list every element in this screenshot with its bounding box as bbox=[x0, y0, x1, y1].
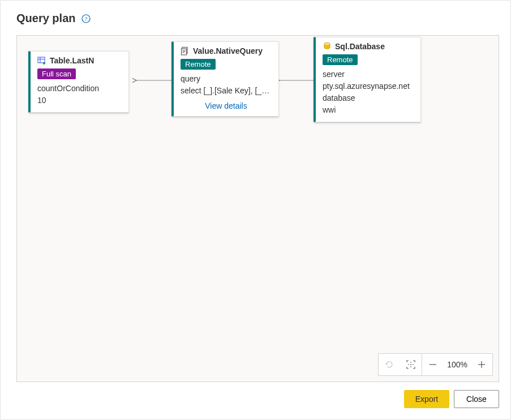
node-prop-label: query bbox=[181, 73, 272, 85]
node-prop-label: countOrCondition bbox=[37, 83, 122, 95]
svg-text:?: ? bbox=[85, 16, 88, 22]
export-button[interactable]: Export bbox=[404, 390, 449, 408]
node-prop-label: database bbox=[323, 92, 414, 104]
dialog-title: Query plan bbox=[16, 12, 75, 25]
node-sql-database[interactable]: Sql.Database Remote server pty.sql.azure… bbox=[314, 37, 421, 122]
dialog-footer: Export Close bbox=[16, 382, 499, 408]
query-plan-dialog: Query plan ? bbox=[0, 0, 511, 420]
full-scan-badge: Full scan bbox=[37, 68, 76, 79]
node-prop-value: pty.sql.azuresynapse.net bbox=[323, 80, 414, 92]
node-table-lastn[interactable]: Table.LastN Full scan countOrCondition 1… bbox=[28, 51, 129, 113]
native-query-icon bbox=[181, 46, 190, 55]
close-button[interactable]: Close bbox=[454, 390, 499, 408]
node-prop-label: server bbox=[323, 68, 414, 80]
node-value-nativequery[interactable]: Value.NativeQuery Remote query select [_… bbox=[171, 41, 279, 117]
node-prop-value: 10 bbox=[37, 95, 122, 106]
dialog-header: Query plan ? bbox=[16, 12, 499, 25]
svg-point-13 bbox=[324, 43, 330, 45]
zoom-toolbar: 100% bbox=[378, 353, 493, 376]
zoom-in-button[interactable] bbox=[471, 354, 492, 375]
node-prop-value: select [_].[Sale Key], [_].... bbox=[181, 85, 272, 97]
remote-badge: Remote bbox=[181, 59, 216, 70]
svg-rect-4 bbox=[38, 57, 45, 63]
table-icon bbox=[37, 56, 46, 65]
zoom-out-button[interactable] bbox=[422, 354, 444, 375]
node-title: Table.LastN bbox=[50, 56, 94, 65]
fit-to-screen-button[interactable] bbox=[400, 354, 422, 375]
reset-view-button[interactable] bbox=[379, 354, 400, 375]
node-prop-value: wwi bbox=[323, 104, 414, 116]
node-title: Value.NativeQuery bbox=[193, 46, 263, 55]
zoom-level-label: 100% bbox=[444, 360, 471, 369]
database-icon bbox=[323, 42, 332, 51]
view-details-link[interactable]: View details bbox=[181, 101, 272, 110]
help-icon[interactable]: ? bbox=[81, 14, 91, 24]
remote-badge: Remote bbox=[323, 54, 358, 65]
plan-canvas[interactable]: Table.LastN Full scan countOrCondition 1… bbox=[16, 35, 499, 382]
svg-point-14 bbox=[410, 364, 411, 365]
node-title: Sql.Database bbox=[335, 42, 385, 51]
